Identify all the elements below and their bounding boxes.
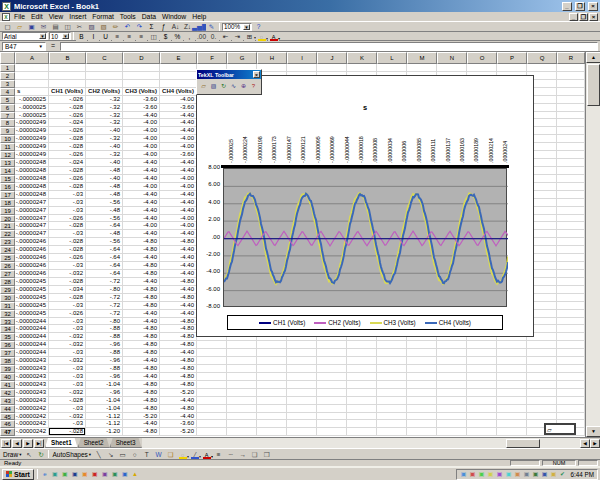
decrease-indent-button[interactable]: ⇤ — [220, 32, 231, 41]
select-all-button[interactable] — [0, 52, 15, 64]
cell-e5[interactable]: -4.00 — [160, 96, 197, 104]
cell-e47[interactable]: -5.20 — [160, 428, 197, 436]
cell-c11[interactable]: -.40 — [86, 143, 123, 151]
column-header-o[interactable]: O — [467, 52, 497, 64]
cell-a19[interactable]: -.00000247 — [15, 207, 49, 215]
cell-f45[interactable] — [197, 413, 227, 421]
cell-h45[interactable] — [257, 413, 287, 421]
free-rotate-icon[interactable]: ↻ — [35, 450, 46, 459]
cell-j36[interactable] — [317, 341, 347, 349]
wordart-icon[interactable]: W — [153, 450, 164, 459]
quick-launch-icon[interactable]: ▣ — [121, 470, 129, 479]
cell-a45[interactable]: -.00000242 — [15, 413, 49, 421]
column-header-e[interactable]: E — [160, 52, 197, 64]
comma-button[interactable]: , — [184, 32, 195, 41]
cell-c33[interactable]: -.80 — [86, 318, 123, 326]
cell-d18[interactable]: -4.40 — [123, 199, 160, 207]
column-header-j[interactable]: J — [317, 52, 347, 64]
cell-l42[interactable] — [377, 389, 407, 397]
cell-m38[interactable] — [407, 357, 437, 365]
cell-i41[interactable] — [287, 381, 317, 389]
cell-r45[interactable] — [557, 413, 585, 421]
cell-o36[interactable] — [467, 341, 497, 349]
cell-r14[interactable] — [557, 167, 585, 175]
cell-r10[interactable] — [557, 135, 585, 143]
cell-e44[interactable]: -4.80 — [160, 405, 197, 413]
cell-o41[interactable] — [467, 381, 497, 389]
cell-e36[interactable]: -4.80 — [160, 341, 197, 349]
cell-e38[interactable]: -4.80 — [160, 357, 197, 365]
cell-n44[interactable] — [437, 405, 467, 413]
cell-d4[interactable]: CH3 (Volts) — [123, 88, 160, 96]
cell-e42[interactable]: -5.20 — [160, 389, 197, 397]
tray-icon[interactable]: ▣ — [460, 470, 468, 479]
cell-d27[interactable]: -4.80 — [123, 270, 160, 278]
row-header-8[interactable]: 8 — [0, 119, 15, 127]
cell-b9[interactable]: -.026 — [49, 127, 86, 135]
row-header-23[interactable]: 23 — [0, 238, 15, 246]
cell-a37[interactable]: -.00000244 — [15, 349, 49, 357]
percent-button[interactable]: % — [172, 32, 183, 41]
cell-a42[interactable]: -.00000243 — [15, 389, 49, 397]
menu-item-help[interactable]: Help — [189, 13, 209, 20]
cell-f36[interactable] — [197, 341, 227, 349]
drawing-icon[interactable]: ✎ — [206, 22, 217, 31]
cell-e11[interactable]: -4.00 — [160, 143, 197, 151]
cell-r17[interactable] — [557, 191, 585, 199]
cell-f47[interactable] — [197, 428, 227, 436]
cell-j1[interactable] — [317, 64, 347, 72]
cell-o42[interactable] — [467, 389, 497, 397]
cell-m1[interactable] — [407, 64, 437, 72]
cell-d38[interactable]: -4.40 — [123, 357, 160, 365]
cell-b45[interactable]: -.032 — [49, 413, 86, 421]
cell-r3[interactable] — [557, 80, 585, 88]
cell-e31[interactable]: -4.40 — [160, 302, 197, 310]
cell-k45[interactable] — [347, 413, 377, 421]
column-header-h[interactable]: H — [257, 52, 287, 64]
row-header-13[interactable]: 13 — [0, 159, 15, 167]
cell-b26[interactable]: -.03 — [49, 262, 86, 270]
row-header-36[interactable]: 36 — [0, 341, 15, 349]
cell-r19[interactable] — [557, 207, 585, 215]
cell-e14[interactable]: -4.40 — [160, 167, 197, 175]
cell-h39[interactable] — [257, 365, 287, 373]
cell-r23[interactable] — [557, 238, 585, 246]
cell-e32[interactable]: -4.40 — [160, 310, 197, 318]
cell-k41[interactable] — [347, 381, 377, 389]
cell-d30[interactable]: -4.80 — [123, 294, 160, 302]
cell-j43[interactable] — [317, 397, 347, 405]
cell-r6[interactable] — [557, 104, 585, 112]
cell-d40[interactable]: -4.40 — [123, 373, 160, 381]
cell-j45[interactable] — [317, 413, 347, 421]
cell-g37[interactable] — [227, 349, 257, 357]
cell-c31[interactable]: -.72 — [86, 302, 123, 310]
cell-b7[interactable]: -.026 — [49, 112, 86, 120]
row-header-34[interactable]: 34 — [0, 325, 15, 333]
cell-d47[interactable]: -4.80 — [123, 428, 160, 436]
cell-b37[interactable]: -.03 — [49, 349, 86, 357]
cell-d21[interactable]: -4.00 — [123, 222, 160, 230]
column-header-b[interactable]: B — [49, 52, 86, 64]
cell-a6[interactable]: -.0000025 — [15, 104, 49, 112]
cell-b30[interactable]: -.028 — [49, 294, 86, 302]
cell-a28[interactable]: -.00000245 — [15, 278, 49, 286]
cell-e3[interactable] — [160, 80, 197, 88]
cell-b39[interactable]: -.03 — [49, 365, 86, 373]
cell-o37[interactable] — [467, 349, 497, 357]
cell-g45[interactable] — [227, 413, 257, 421]
row-header-32[interactable]: 32 — [0, 310, 15, 318]
new-workbook-icon[interactable]: ▢ — [2, 22, 13, 31]
cell-a24[interactable]: -.00000246 — [15, 246, 49, 254]
start-button[interactable]: Start — [2, 469, 34, 480]
draw-menu-button[interactable]: Draw ▾ — [2, 450, 22, 458]
chevron-down-icon[interactable]: ▼ — [39, 33, 46, 39]
cell-c27[interactable]: -.64 — [86, 270, 123, 278]
cell-a4[interactable]: s — [15, 88, 49, 96]
cell-r15[interactable] — [557, 175, 585, 183]
row-header-4[interactable]: 4 — [0, 88, 15, 96]
sheet-tab-sheet1[interactable]: Sheet1 — [45, 438, 78, 448]
row-header-47[interactable]: 47 — [0, 428, 15, 436]
cell-p42[interactable] — [497, 389, 527, 397]
column-header-l[interactable]: L — [377, 52, 407, 64]
cell-p44[interactable] — [497, 405, 527, 413]
